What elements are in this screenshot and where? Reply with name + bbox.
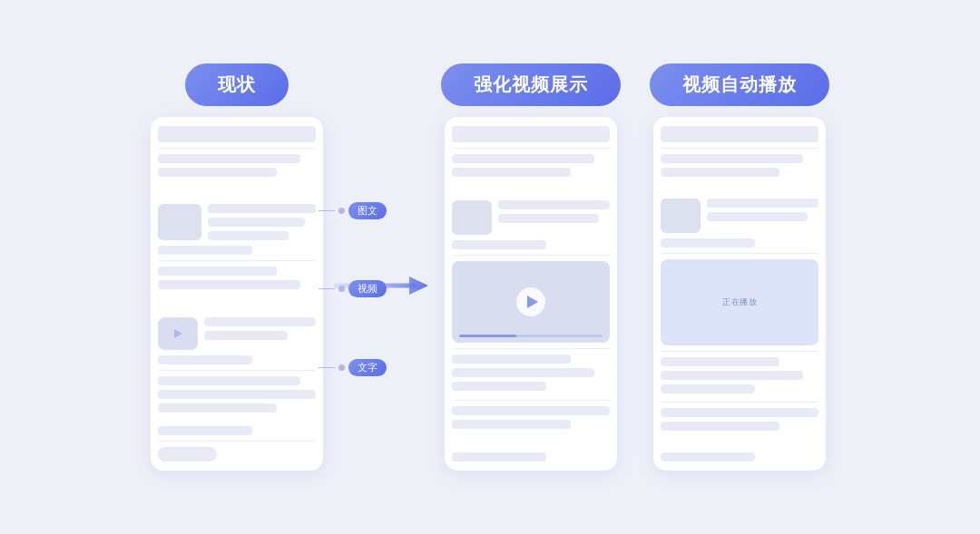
tag-row-2: 视频	[318, 280, 387, 297]
bar10	[158, 376, 300, 385]
tag-image-text: 图文	[348, 202, 387, 219]
div2-4	[452, 400, 610, 401]
div3-1	[661, 148, 818, 149]
ba10	[661, 422, 779, 431]
side-tags: 图文 视频 文字	[318, 117, 387, 471]
bar-short1	[158, 246, 252, 255]
tg-a4	[661, 408, 818, 447]
text-g1	[452, 154, 610, 195]
bar12	[158, 403, 277, 413]
bar11	[158, 390, 316, 399]
current-title: 现状	[185, 63, 289, 106]
image-text-row	[158, 204, 316, 240]
bar2	[158, 168, 277, 177]
current-phone	[151, 117, 323, 471]
video-row	[158, 317, 316, 350]
skeleton-image-1	[158, 204, 201, 240]
autoplay-section: 视频自动播放 正在播放	[650, 63, 829, 471]
tg2	[498, 200, 610, 223]
skeleton-video-1	[158, 317, 198, 350]
b7	[452, 368, 594, 377]
div2-3	[452, 348, 610, 349]
img-row-2	[452, 200, 610, 235]
tag-row-1: 图文	[318, 202, 387, 219]
tg-a3	[661, 357, 818, 396]
nav-bar-2	[452, 126, 610, 142]
ba5	[661, 238, 755, 248]
b3	[498, 200, 610, 209]
text-group-1	[158, 154, 316, 199]
ba4	[707, 212, 808, 221]
enhanced-title: 强化视频展示	[441, 63, 621, 106]
text-group-5	[158, 376, 316, 421]
bar4	[208, 218, 305, 227]
div3-3	[661, 351, 818, 352]
b11	[452, 452, 546, 461]
bar-short3	[158, 426, 252, 435]
bar9	[204, 331, 288, 340]
bar5	[208, 231, 289, 240]
bar8	[204, 317, 316, 326]
enhanced-section: 强化视频展示	[441, 63, 621, 471]
bar1	[158, 154, 300, 163]
main-container: 现状	[36, 23, 944, 512]
ba8	[661, 384, 755, 393]
sk-img-3	[661, 199, 701, 233]
large-video	[452, 261, 610, 343]
progress-bar	[459, 335, 603, 337]
svg-marker-0	[409, 277, 428, 295]
ba3	[707, 199, 818, 208]
img-row-3	[661, 199, 818, 233]
text-group-3	[158, 267, 316, 311]
current-phone-wrapper: 图文 视频 文字	[151, 117, 323, 471]
b6	[452, 354, 571, 364]
ba11	[661, 452, 755, 461]
ba6	[661, 357, 779, 366]
tg-a2	[707, 199, 818, 221]
tag-text: 文字	[348, 359, 387, 376]
tag-video: 视频	[348, 280, 387, 297]
divider3	[158, 370, 316, 371]
tag-row-3: 文字	[318, 359, 387, 376]
playing-label: 正在播放	[722, 296, 757, 308]
nav-bar-3	[661, 126, 818, 142]
b1	[452, 154, 594, 163]
tg-a1	[661, 154, 818, 193]
progress-fill	[459, 335, 516, 337]
ba1	[661, 154, 803, 163]
b2	[452, 168, 571, 177]
dot-2	[338, 286, 345, 292]
tg3	[452, 354, 610, 395]
div3-4	[661, 402, 818, 403]
text-group-4	[204, 317, 316, 340]
dot-line-2	[318, 288, 335, 289]
div3-2	[661, 253, 818, 254]
ba2	[661, 168, 779, 177]
bar7	[158, 280, 300, 289]
div2-1	[452, 148, 610, 149]
divider1	[158, 148, 316, 149]
play-icon	[527, 296, 538, 308]
bar6	[158, 267, 277, 276]
b4	[498, 214, 599, 223]
divider2	[158, 260, 316, 261]
sk-img-2	[452, 200, 492, 235]
nav-bar	[158, 126, 316, 142]
current-section: 现状	[151, 63, 323, 471]
play-button[interactable]	[516, 287, 545, 316]
text-group-2	[208, 204, 316, 240]
ba7	[661, 371, 803, 380]
enhanced-phone	[445, 117, 617, 471]
b9	[452, 406, 610, 415]
autoplay-phone: 正在播放	[653, 117, 826, 471]
ba9	[661, 408, 818, 417]
autoplay-box: 正在播放	[661, 259, 818, 345]
bottom-btn	[158, 447, 217, 461]
tg4	[452, 406, 610, 447]
bar3	[208, 204, 316, 213]
dot-1	[338, 208, 345, 214]
bar-short2	[158, 355, 252, 364]
play-icon-small	[174, 329, 182, 338]
b8	[452, 382, 546, 391]
b10	[452, 420, 571, 429]
